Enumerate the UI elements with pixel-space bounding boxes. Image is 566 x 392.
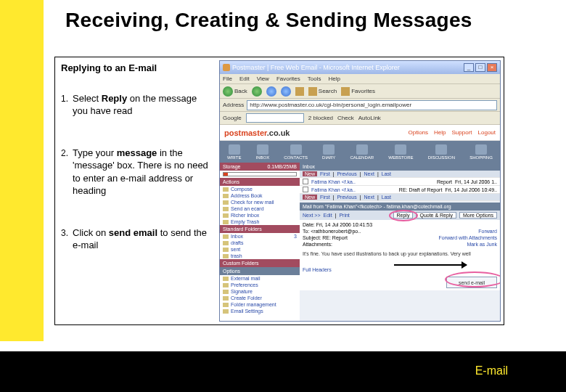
meta-date: Date: Fri, 14 Jul 2006 10:41:53 [303, 221, 497, 228]
opt-create-folder[interactable]: Create Folder [220, 295, 300, 301]
side-junk[interactable]: Mark as Junk [467, 241, 497, 248]
screenshot-mock: Postmaster | Free Web Email - Microsoft … [219, 60, 501, 322]
action-empty-trash[interactable]: Empty Trash [220, 219, 300, 225]
maximize-button[interactable]: □ [475, 63, 485, 72]
opt-signature[interactable]: Signature [220, 288, 300, 295]
back-button[interactable]: Back [223, 86, 247, 97]
nav-logout[interactable]: Logout [478, 129, 496, 136]
nav-support[interactable]: Support [452, 129, 472, 136]
search-button[interactable]: Search [308, 87, 337, 96]
link-print[interactable]: Print [339, 213, 349, 218]
forward-button[interactable] [252, 86, 262, 97]
close-button[interactable]: × [487, 63, 497, 72]
webmail-icon-bar: WRITE INBOX CONTACTS DIARY CALENDAR WEBS… [220, 141, 500, 163]
checkbox[interactable] [303, 179, 308, 184]
home-button[interactable] [295, 87, 304, 96]
gear-icon [223, 309, 229, 314]
icon-diary[interactable]: DIARY [322, 144, 335, 160]
link-next[interactable]: Next >> [303, 213, 321, 218]
favorites-button[interactable]: Favorites [341, 87, 375, 96]
refresh-button[interactable] [281, 86, 291, 97]
nav-next[interactable]: Next [364, 195, 374, 200]
folder-drafts[interactable]: drafts [220, 240, 300, 246]
message-row[interactable]: Fatima Khan <f.ka.. Report Fri, 14 Jul 2… [300, 178, 500, 186]
nav-first[interactable]: First [320, 195, 330, 200]
webmail-logo: postmaster.co.uk [224, 128, 290, 137]
meta-attachments: Attachments: [303, 241, 332, 248]
minimize-button[interactable]: _ [464, 63, 474, 72]
cart-icon [475, 144, 487, 155]
folder-inbox[interactable]: Inbox3 [220, 233, 300, 240]
icon-calendar[interactable]: CALENDAR [350, 144, 374, 160]
google-label: Google [223, 115, 242, 121]
icon-shopping[interactable]: SHOPPING [469, 144, 493, 160]
inbox-header: Inbox [300, 163, 500, 171]
side-forward-attach[interactable]: Forward with Attachments [438, 234, 497, 241]
full-headers-link[interactable]: Full Headers [303, 267, 332, 272]
icon-discussion[interactable]: DISCUSSION [428, 144, 455, 160]
content-card: Replying to an E-mail 1. Select Reply on… [54, 57, 504, 325]
footer-bar: E-mail [0, 351, 566, 392]
tray-icon [257, 144, 268, 155]
google-blocked[interactable]: 2 blocked [308, 115, 333, 121]
pencil-icon [229, 144, 240, 155]
opt-prefs[interactable]: Preferences [220, 282, 300, 288]
instructions-column: Replying to an E-mail 1. Select Reply on… [61, 62, 213, 281]
nav-next[interactable]: Next [364, 171, 374, 176]
menu-view[interactable]: View [257, 75, 269, 82]
menu-favorites[interactable]: Favorites [276, 75, 300, 82]
checkbox[interactable] [303, 187, 308, 192]
nav-new[interactable]: New [303, 195, 317, 200]
nav-last[interactable]: Last [382, 171, 391, 176]
card-icon [223, 207, 229, 211]
nav-help[interactable]: Help [434, 129, 446, 136]
customfolders-header: Custom Folders [220, 259, 300, 267]
google-search-input[interactable] [246, 113, 304, 123]
action-addressbook[interactable]: Address Book [220, 192, 300, 199]
window-titlebar: Postmaster | Free Web Email - Microsoft … [220, 61, 500, 74]
nav-new[interactable]: New [303, 171, 317, 176]
annotation-arrow-1 [394, 264, 467, 266]
icon-write[interactable]: WRITE [227, 144, 241, 160]
icon-webstore[interactable]: WEBSTORE [388, 144, 413, 160]
step-num: 3. [61, 226, 73, 252]
action-richer[interactable]: Richer Inbox [220, 212, 300, 219]
menu-tools[interactable]: Tools [308, 75, 321, 82]
opt-folder-mgmt[interactable]: Folder management [220, 301, 300, 308]
nav-first[interactable]: First [320, 171, 330, 176]
action-compose[interactable]: Compose [220, 186, 300, 192]
message-row[interactable]: Fatima Khan <f.ka.. RE: Draft of Report … [300, 186, 500, 194]
google-check[interactable]: Check [337, 115, 354, 121]
nav-prev[interactable]: Previous [337, 195, 356, 200]
folder-sent[interactable]: sent [220, 246, 300, 253]
icon-contacts[interactable]: CONTACTS [284, 144, 308, 160]
window-title: Postmaster | Free Web Email - Microsoft … [232, 64, 400, 71]
menu-file[interactable]: File [223, 75, 232, 82]
side-forward[interactable]: Forward [478, 228, 497, 234]
quote-reply-button[interactable]: Quote & Reply [416, 212, 456, 219]
stop-button[interactable] [266, 86, 276, 97]
opt-email-settings[interactable]: Email Settings [220, 308, 300, 314]
link-edit[interactable]: Edit [324, 213, 332, 218]
address-input[interactable]: http://www.postmaster.co.uk/cgi-bin/pers… [247, 100, 497, 110]
step-2: 2. Type your message in the 'message' bo… [61, 147, 213, 197]
action-checkmail[interactable]: Check for new mail [220, 199, 300, 205]
icon-inbox[interactable]: INBOX [256, 144, 270, 160]
read-mail-toolbar: Next >> Edit| Print Reply Quote & Reply … [300, 211, 500, 220]
options-header: Options [220, 267, 300, 275]
menu-help[interactable]: Help [328, 75, 340, 82]
browser-toolbar: Back Search Favorites [220, 84, 500, 99]
diary-icon [323, 144, 335, 155]
folder-trash[interactable]: trash [220, 253, 300, 259]
opt-external[interactable]: External mail [220, 275, 300, 282]
gear-icon [223, 290, 229, 294]
nav-last[interactable]: Last [382, 195, 391, 200]
nav-options[interactable]: Options [408, 129, 428, 136]
send-email-button[interactable]: send e-mail [446, 277, 497, 288]
google-autolink[interactable]: AutoLink [358, 115, 381, 121]
action-ecard[interactable]: Send an ecard [220, 205, 300, 212]
meta-to: To: <rathbonerobert@po.. [303, 228, 361, 234]
more-options-button[interactable]: More Options [459, 212, 497, 219]
nav-prev[interactable]: Previous [337, 171, 356, 176]
menu-edit[interactable]: Edit [239, 75, 250, 82]
